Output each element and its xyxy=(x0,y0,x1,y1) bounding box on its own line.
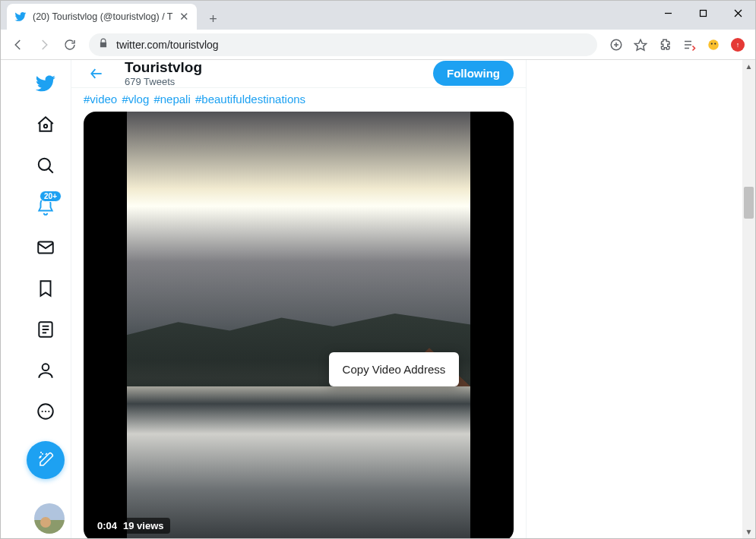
titlebar: (20) Touristvlog (@touristvlog) / T ✕ + xyxy=(1,1,755,30)
follow-button[interactable]: Following xyxy=(433,61,514,86)
compose-tweet-button[interactable] xyxy=(27,441,65,479)
svg-rect-1 xyxy=(700,10,706,16)
tweet-hashtags[interactable]: #video #vlog #nepali #beautifuldestinati… xyxy=(84,88,514,112)
svg-point-24 xyxy=(42,411,43,412)
video-time: 0:04 xyxy=(97,520,117,531)
nav-reload-button[interactable] xyxy=(59,33,81,56)
tabs-area: (20) Touristvlog (@touristvlog) / T ✕ + xyxy=(1,1,224,30)
hashtag-link[interactable]: #beautifuldestinations xyxy=(195,93,305,106)
hashtag-link[interactable]: #vlog xyxy=(122,93,149,106)
scroll-down-arrow[interactable]: ▼ xyxy=(742,525,755,538)
vertical-scrollbar[interactable]: ▲ ▼ xyxy=(742,60,755,538)
extension-badge-icon[interactable] xyxy=(702,33,725,56)
svg-point-12 xyxy=(711,43,713,44)
account-avatar[interactable] xyxy=(34,503,65,534)
context-menu-item[interactable]: Copy Video Address xyxy=(343,363,446,376)
left-navigation: 20+ xyxy=(1,60,71,538)
browser-window: (20) Touristvlog (@touristvlog) / T ✕ + … xyxy=(0,0,756,539)
svg-point-15 xyxy=(39,159,50,170)
hashtag-link[interactable]: #video xyxy=(84,93,117,106)
tweet: #video #vlog #nepali #beautifuldestinati… xyxy=(71,88,526,538)
window-controls xyxy=(650,1,755,25)
svg-marker-7 xyxy=(635,39,647,50)
add-to-icon[interactable] xyxy=(605,33,628,56)
nav-notifications-icon[interactable]: 20+ xyxy=(27,188,65,225)
nav-more-icon[interactable] xyxy=(27,392,65,430)
reading-list-icon[interactable] xyxy=(678,33,701,56)
svg-point-11 xyxy=(708,39,719,50)
window-maximize-button[interactable] xyxy=(685,1,720,25)
toolbar-right-icons: ↑ xyxy=(605,33,749,56)
svg-line-16 xyxy=(49,169,53,173)
nav-bookmarks-icon[interactable] xyxy=(27,270,65,307)
twitter-layout: 20+ Touri xyxy=(1,60,742,538)
scroll-up-arrow[interactable]: ▲ xyxy=(742,60,755,73)
new-tab-button[interactable]: + xyxy=(203,8,224,30)
tweet-video[interactable]: 0:04 19 views Copy Video Address xyxy=(84,112,514,538)
scroll-thumb[interactable] xyxy=(744,187,754,219)
nav-messages-icon[interactable] xyxy=(27,229,65,266)
twitter-logo-icon[interactable] xyxy=(27,65,65,102)
nav-explore-icon[interactable] xyxy=(27,147,65,184)
profile-info: Touristvlog 679 Tweets xyxy=(125,60,418,87)
svg-point-22 xyxy=(43,364,49,370)
video-meta: 0:04 19 views xyxy=(91,518,170,534)
profile-header: Touristvlog 679 Tweets Following xyxy=(71,60,526,88)
back-button[interactable] xyxy=(84,61,109,87)
browser-tab[interactable]: (20) Touristvlog (@touristvlog) / T ✕ xyxy=(7,4,197,30)
svg-point-26 xyxy=(48,411,49,412)
address-bar[interactable]: twitter.com/touristvlog xyxy=(89,33,597,56)
tab-title: (20) Touristvlog (@touristvlog) / T xyxy=(33,11,173,22)
update-icon[interactable]: ↑ xyxy=(726,33,749,56)
svg-point-14 xyxy=(44,125,47,128)
notification-badge: 20+ xyxy=(40,191,62,202)
lock-icon xyxy=(98,38,109,51)
window-close-button[interactable] xyxy=(720,1,755,25)
hashtag-link[interactable]: #nepali xyxy=(153,93,190,106)
browser-toolbar: twitter.com/touristvlog ↑ xyxy=(1,30,755,60)
profile-name: Touristvlog xyxy=(125,60,418,76)
nav-profile-icon[interactable] xyxy=(27,351,65,389)
nav-lists-icon[interactable] xyxy=(27,310,65,348)
bookmark-star-icon[interactable] xyxy=(629,33,652,56)
video-context-menu[interactable]: Copy Video Address xyxy=(329,352,460,386)
video-views: 19 views xyxy=(123,520,164,531)
svg-point-13 xyxy=(714,43,716,44)
video-content xyxy=(127,112,471,538)
page-viewport: 20+ Touri xyxy=(1,60,755,538)
nav-back-button[interactable] xyxy=(7,33,30,56)
page: 20+ Touri xyxy=(1,60,742,538)
tab-close-icon[interactable]: ✕ xyxy=(179,10,189,24)
window-minimize-button[interactable] xyxy=(650,1,685,25)
twitter-favicon xyxy=(14,11,27,23)
nav-forward-button[interactable] xyxy=(33,33,55,56)
svg-point-25 xyxy=(45,411,46,412)
url-text: twitter.com/touristvlog xyxy=(116,39,219,51)
right-empty xyxy=(527,60,742,538)
extensions-icon[interactable] xyxy=(653,33,676,56)
main-column: Touristvlog 679 Tweets Following #video … xyxy=(71,60,527,538)
scroll-track[interactable] xyxy=(742,73,755,525)
nav-home-icon[interactable] xyxy=(27,106,65,143)
profile-tweet-count: 679 Tweets xyxy=(125,76,418,87)
